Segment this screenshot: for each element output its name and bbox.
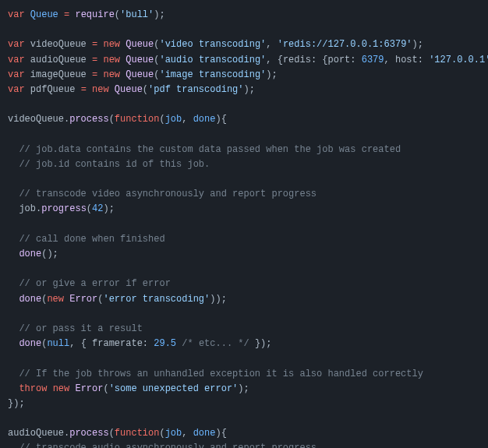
token: }); xyxy=(8,398,25,409)
code-line: var imageQueue = new Queue('image transc… xyxy=(8,68,480,83)
code-line: // or pass it a result xyxy=(8,322,480,337)
token-kw: new xyxy=(92,84,109,95)
token-def: done xyxy=(193,428,216,439)
token: ); xyxy=(266,69,277,80)
token-com: // or give a error if error xyxy=(19,278,170,289)
token xyxy=(8,189,19,199)
token-kw: var xyxy=(8,69,25,80)
token: job. xyxy=(8,203,41,214)
code-line: audioQueue.process(function(job, done){ xyxy=(8,426,480,441)
code-line: }); xyxy=(8,397,480,411)
token: ( xyxy=(109,114,115,125)
code-line: // transcode audio asynchronously and re… xyxy=(8,441,480,448)
token-com: /* etc... */ xyxy=(182,338,249,349)
token-str: '127.0.0.1' xyxy=(429,55,488,65)
token xyxy=(8,338,19,349)
token: }); xyxy=(249,338,272,349)
token xyxy=(25,39,30,50)
token: , xyxy=(266,39,277,50)
token: ) xyxy=(215,428,221,439)
token xyxy=(8,323,19,334)
token-fn: Error xyxy=(75,383,103,394)
token-str: 'pdf transcoding' xyxy=(148,84,243,95)
code-line xyxy=(8,262,480,277)
token-fn: process xyxy=(69,428,108,439)
code-block: var Queue = require('bull'); var videoQu… xyxy=(8,8,480,448)
token-fn: done xyxy=(19,338,41,349)
token xyxy=(47,383,52,394)
token xyxy=(87,69,92,80)
code-line: throw new Error('some unexpected error')… xyxy=(8,382,480,397)
token-fn: progress xyxy=(41,203,87,214)
code-line: var videoQueue = new Queue('video transc… xyxy=(8,37,480,52)
token: ( xyxy=(159,114,164,125)
token-kw: new xyxy=(53,383,70,394)
token-kw: new xyxy=(103,55,120,65)
token-kw: = xyxy=(81,84,87,95)
token xyxy=(8,443,19,448)
code-line: var pdfQueue = new Queue('pdf transcodin… xyxy=(8,83,480,97)
token xyxy=(8,159,19,170)
token-kw: throw xyxy=(19,383,47,394)
token xyxy=(25,55,30,65)
token: { xyxy=(221,428,227,439)
token-prop: audioQueue xyxy=(8,428,64,439)
token xyxy=(8,278,19,289)
token-def: Queue xyxy=(30,9,58,20)
token-fn: done xyxy=(19,249,41,259)
token-kw: var xyxy=(8,84,25,95)
token-prop: audioQueue xyxy=(30,55,87,65)
code-line: // call done when finished xyxy=(8,232,480,247)
token-fn: done xyxy=(19,294,41,305)
code-line: var Queue = require('bull'); xyxy=(8,8,480,23)
token: (); xyxy=(41,249,58,259)
token: , xyxy=(182,114,193,125)
code-line xyxy=(8,411,480,426)
token-def: job xyxy=(165,114,182,125)
token-def: job xyxy=(165,428,182,439)
token-kw: var xyxy=(8,55,25,65)
token: ) xyxy=(215,114,221,125)
code-line: var audioQueue = new Queue('audio transc… xyxy=(8,53,480,68)
token-fn: Queue xyxy=(126,39,154,50)
token-num: 6379 xyxy=(362,55,384,65)
token xyxy=(87,55,92,65)
token-str: 'audio transcoding' xyxy=(159,55,266,65)
code-line: job.progress(42); xyxy=(8,202,480,217)
token-fn: Error xyxy=(69,294,97,305)
token xyxy=(109,84,115,95)
code-line: // job.id contains id of this job. xyxy=(8,157,480,172)
token: ); xyxy=(238,383,249,394)
token xyxy=(25,69,30,80)
token xyxy=(8,383,19,394)
token-kw: var xyxy=(8,39,25,50)
token: , host: xyxy=(384,55,430,65)
token-com: // or pass it a result xyxy=(19,323,142,334)
token: , xyxy=(182,428,193,439)
token-kw: new xyxy=(103,39,120,50)
token-com: // transcode audio asynchronously and re… xyxy=(19,443,316,448)
token-str: 'bull' xyxy=(120,9,154,20)
token-com: // If the job throws an unhandled except… xyxy=(19,369,423,379)
token-kw: function xyxy=(115,428,160,439)
token: ); xyxy=(243,84,254,95)
token-fn: require xyxy=(75,9,114,20)
code-line: // job.data contains the custom data pas… xyxy=(8,143,480,157)
code-line: videoQueue.process(function(job, done){ xyxy=(8,112,480,127)
code-line xyxy=(8,23,480,37)
token-com: // transcode video asynchronously and re… xyxy=(19,189,316,199)
token: { xyxy=(221,114,227,125)
token-num: 42 xyxy=(92,203,103,214)
token xyxy=(75,84,80,95)
code-line: // If the job throws an unhandled except… xyxy=(8,367,480,382)
code-line xyxy=(8,351,480,366)
token-str: 'some unexpected error' xyxy=(109,383,239,394)
token: ( xyxy=(159,428,164,439)
token: , {redis: {port: xyxy=(266,55,361,65)
code-line xyxy=(8,172,480,187)
token: ( xyxy=(109,428,115,439)
token xyxy=(8,249,19,259)
code-line: // transcode video asynchronously and re… xyxy=(8,187,480,202)
token-kw: new xyxy=(47,294,64,305)
token: ( xyxy=(87,203,92,214)
